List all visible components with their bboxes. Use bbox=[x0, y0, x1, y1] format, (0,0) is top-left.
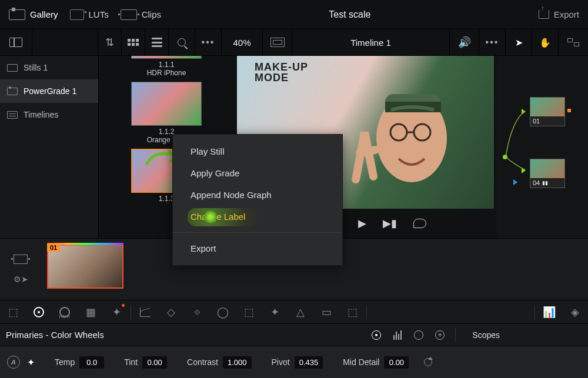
ctx-append-node-graph[interactable]: Append Node Graph bbox=[173, 184, 342, 206]
cursor-highlight bbox=[204, 210, 217, 223]
blur-button[interactable]: △ bbox=[288, 300, 313, 323]
param-mid-detail[interactable]: Mid Detail 0.00 bbox=[343, 356, 409, 369]
param-tint[interactable]: Tint 0.00 bbox=[124, 356, 167, 369]
info-palette-button[interactable]: ◈ bbox=[562, 300, 588, 323]
color-warper-button[interactable]: ◇ bbox=[158, 300, 184, 323]
param-value[interactable]: 1.000 bbox=[223, 356, 252, 369]
export-button[interactable]: Export bbox=[539, 9, 579, 19]
param-pivot[interactable]: Pivot 0.435 bbox=[272, 356, 323, 369]
hdr-wheels-button[interactable]: HDR bbox=[52, 300, 78, 323]
clip-settings-button[interactable]: ⚙➤ bbox=[14, 275, 28, 284]
curves-button[interactable] bbox=[132, 300, 158, 323]
hand-tool-button[interactable]: ✋ bbox=[532, 29, 559, 55]
dots-icon: ••• bbox=[202, 37, 215, 48]
context-menu: Play Still Apply Grade Append Node Graph… bbox=[172, 134, 343, 266]
rgb-mixer-button[interactable]: ▦ bbox=[78, 300, 103, 323]
bars-mode-button[interactable] bbox=[387, 330, 408, 340]
next-clip-button[interactable]: ▶▮ bbox=[383, 217, 397, 230]
ctx-apply-grade[interactable]: Apply Grade bbox=[173, 162, 342, 184]
param-value[interactable]: 0.00 bbox=[384, 356, 409, 369]
tab-gallery-label: Gallery bbox=[30, 9, 58, 19]
panel-icon bbox=[9, 38, 22, 47]
tab-gallery[interactable]: Gallery bbox=[9, 9, 58, 20]
tab-clips[interactable]: Clips bbox=[121, 9, 161, 20]
wheels-mode-button[interactable] bbox=[366, 330, 387, 340]
param-value[interactable]: 0.435 bbox=[295, 356, 323, 369]
key-button[interactable]: ▭ bbox=[313, 300, 339, 323]
color-wheels-button[interactable] bbox=[26, 300, 52, 323]
param-label: Pivot bbox=[272, 357, 290, 367]
camera-raw-button[interactable]: ⬚ bbox=[0, 300, 26, 323]
still-number: 1.1.1 bbox=[159, 61, 175, 69]
speaker-icon: 🔊 bbox=[458, 36, 471, 49]
export-icon bbox=[539, 10, 549, 19]
ctx-change-label[interactable]: Change Label bbox=[173, 206, 342, 228]
grid-view-button[interactable] bbox=[122, 29, 145, 55]
param-value[interactable]: 0.0 bbox=[79, 356, 104, 369]
viewer-content-text: MAKE-UP MODE bbox=[255, 62, 308, 83]
node-connections bbox=[497, 56, 588, 238]
node-01[interactable]: 01 bbox=[530, 97, 565, 126]
audio-mute-button[interactable]: 🔊 bbox=[450, 29, 479, 55]
pointer-tool-button[interactable]: ➤ bbox=[506, 29, 532, 55]
tracker-button[interactable]: ⬚ bbox=[236, 300, 262, 323]
tab-luts[interactable]: LUTs bbox=[70, 9, 109, 20]
ctx-play-still[interactable]: Play Still bbox=[173, 141, 342, 162]
node-layout-icon bbox=[567, 38, 579, 46]
loop-button[interactable] bbox=[413, 219, 426, 228]
list-view-button[interactable] bbox=[145, 29, 169, 55]
param-label: Contrast bbox=[187, 357, 218, 367]
ctx-export[interactable]: Export bbox=[173, 237, 342, 259]
auto-balance-button[interactable]: A bbox=[7, 356, 20, 369]
viewer-options-button[interactable]: ••• bbox=[479, 29, 506, 55]
primaries-title: Primaries - Color Wheels bbox=[6, 330, 366, 340]
dots-icon: ••• bbox=[486, 37, 499, 48]
gallery-options-button[interactable]: ••• bbox=[195, 29, 222, 55]
param-value[interactable]: 0.00 bbox=[142, 356, 167, 369]
clips-icon bbox=[121, 9, 137, 20]
sort-button[interactable]: ⇅ bbox=[98, 29, 122, 55]
node-source-dot[interactable] bbox=[503, 155, 507, 159]
stills-icon bbox=[7, 64, 18, 72]
sidebar-item-stills-1[interactable]: Stills 1 bbox=[0, 56, 98, 79]
project-title: Test scale bbox=[161, 9, 539, 20]
timeline-clip-selected[interactable]: 01 bbox=[47, 245, 123, 289]
ctx-separator bbox=[173, 232, 342, 233]
primaries-header: Primaries - Color Wheels + Scopes bbox=[0, 323, 588, 346]
still-name: HDR iPhone bbox=[147, 69, 186, 77]
qualifier-button[interactable]: ⟐ bbox=[184, 300, 210, 323]
sidebar-item-powergrade-1[interactable]: PowerGrade 1 bbox=[0, 79, 98, 103]
search-button[interactable] bbox=[169, 29, 195, 55]
sidebar-item-label: PowerGrade 1 bbox=[24, 86, 76, 96]
active-indicator-icon bbox=[122, 304, 125, 307]
log-mode-icon bbox=[414, 330, 423, 340]
timeline-name[interactable]: Timeline 1 bbox=[292, 29, 450, 55]
sidebar-item-label: Stills 1 bbox=[24, 63, 48, 72]
reset-params-button[interactable] bbox=[424, 358, 432, 366]
add-mode-button[interactable]: + bbox=[429, 330, 450, 340]
clip-info-button[interactable] bbox=[14, 255, 28, 264]
node-graph[interactable]: 01 04▮▮ bbox=[497, 56, 588, 238]
gallery-still[interactable]: 1.1.1 HDR iPhone bbox=[103, 56, 229, 77]
sidebar-item-timelines[interactable]: Timelines bbox=[0, 103, 98, 126]
pick-white-button[interactable]: ✦ bbox=[27, 357, 35, 368]
node-bars-icon: ▮▮ bbox=[542, 180, 548, 186]
magic-mask-button[interactable]: ✦ bbox=[262, 300, 288, 323]
play-button[interactable]: ▶ bbox=[358, 217, 366, 230]
node-layout-button[interactable] bbox=[559, 29, 588, 55]
scopes-button[interactable]: 📊 bbox=[536, 300, 562, 323]
param-temp[interactable]: Temp 0.0 bbox=[55, 356, 104, 369]
motion-effects-button[interactable]: ✦ bbox=[103, 300, 129, 323]
panel-toggle-button[interactable] bbox=[0, 29, 32, 55]
pointer-icon: ➤ bbox=[515, 37, 523, 48]
wheels-mode-icon bbox=[372, 330, 381, 340]
log-mode-button[interactable] bbox=[408, 330, 429, 340]
aspect-button[interactable] bbox=[263, 29, 292, 55]
window-button[interactable]: ◯ bbox=[210, 300, 236, 323]
sizing-button[interactable]: ⬚ bbox=[339, 300, 365, 323]
node-thumbnail bbox=[530, 159, 564, 178]
luts-icon bbox=[70, 9, 84, 20]
viewer-zoom[interactable]: 40% bbox=[222, 29, 263, 55]
param-contrast[interactable]: Contrast 1.000 bbox=[187, 356, 251, 369]
node-04[interactable]: 04▮▮ bbox=[530, 159, 565, 188]
